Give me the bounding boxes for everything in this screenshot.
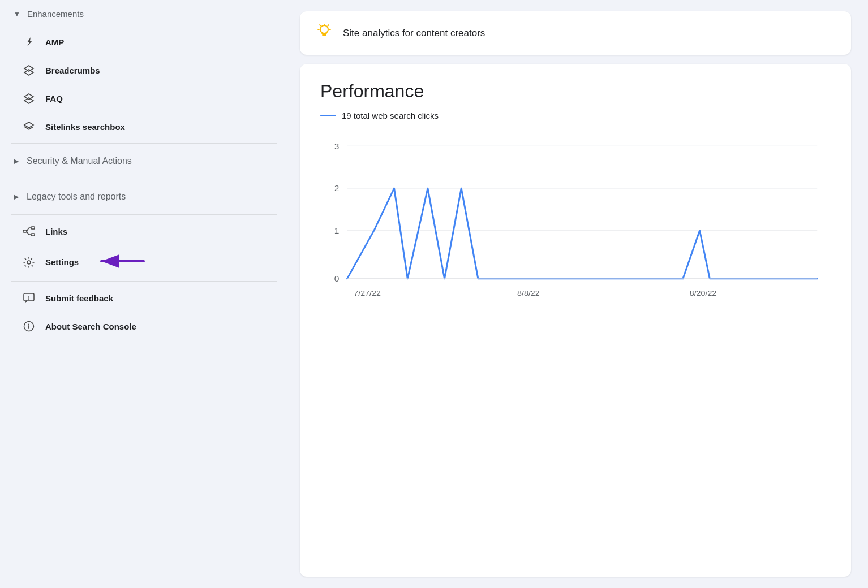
divider-security: [11, 179, 277, 179]
sidebar-section-security[interactable]: ▶ Security & Manual Actions: [0, 146, 289, 176]
svg-text:7/27/22: 7/27/22: [354, 289, 380, 297]
sidebar-item-breadcrumbs-label: Breadcrumbs: [45, 66, 100, 75]
performance-chart: 3 2 1 0 7/27/22 8/8/22 8/20/22: [320, 134, 831, 315]
sidebar-section-legacy-label: Legacy tools and reports: [27, 192, 126, 202]
svg-text:8/8/22: 8/8/22: [517, 289, 540, 297]
chevron-right-icon: ▶: [14, 157, 19, 165]
sidebar-item-faq-label: FAQ: [45, 94, 63, 103]
svg-text:3: 3: [334, 142, 340, 150]
svg-text:1: 1: [334, 227, 340, 235]
feedback-icon: !: [23, 292, 35, 304]
chart-area: 3 2 1 0 7/27/22 8/8/22 8/20/22: [320, 134, 831, 315]
sidebar-item-links[interactable]: Links: [0, 217, 289, 245]
sidebar-item-feedback-label: Submit feedback: [45, 293, 113, 303]
sidebar-item-settings-label: Settings: [45, 257, 79, 267]
sidebar-item-settings[interactable]: Settings: [0, 245, 289, 279]
divider-legacy: [11, 214, 277, 215]
svg-text:!: !: [28, 295, 30, 301]
legend-text: 19 total web search clicks: [342, 111, 439, 120]
main-content: Site analytics for content creators Perf…: [289, 0, 868, 588]
svg-marker-2: [24, 70, 33, 75]
svg-marker-5: [24, 122, 33, 128]
sidebar-item-about-label: About Search Console: [45, 322, 136, 331]
chart-legend: 19 total web search clicks: [320, 111, 831, 120]
sidebar: ▼ Enhancements AMP Breadcrumbs FAQ: [0, 0, 289, 588]
svg-point-22: [320, 25, 328, 33]
svg-point-15: [27, 261, 31, 264]
svg-marker-3: [24, 94, 33, 100]
amp-icon: [23, 36, 35, 48]
divider-settings: [11, 281, 277, 282]
sidebar-item-feedback[interactable]: ! Submit feedback: [0, 284, 289, 312]
svg-rect-10: [31, 234, 35, 236]
analytics-banner[interactable]: Site analytics for content creators: [300, 11, 851, 55]
banner-text: Site analytics for content creators: [343, 28, 485, 39]
divider-enhancements: [11, 143, 277, 144]
svg-point-21: [28, 324, 29, 325]
sidebar-item-amp-label: AMP: [45, 37, 64, 47]
sitelinks-icon: [23, 120, 35, 133]
svg-rect-9: [31, 227, 35, 229]
legend-line: [320, 115, 336, 116]
performance-card: Performance 19 total web search clicks 3…: [300, 64, 851, 577]
links-icon: [23, 225, 35, 237]
performance-title: Performance: [320, 81, 831, 102]
svg-text:0: 0: [334, 275, 340, 283]
svg-line-13: [27, 231, 29, 235]
info-icon: [23, 320, 35, 332]
sidebar-item-breadcrumbs[interactable]: Breadcrumbs: [0, 56, 289, 84]
sidebar-section-enhancements[interactable]: ▼ Enhancements: [0, 0, 289, 28]
svg-marker-0: [27, 37, 32, 46]
sidebar-item-amp[interactable]: AMP: [0, 28, 289, 56]
bulb-icon: [316, 23, 333, 44]
sidebar-section-legacy[interactable]: ▶ Legacy tools and reports: [0, 181, 289, 212]
settings-arrow-annotation: [96, 253, 147, 271]
sidebar-item-sitelinks[interactable]: Sitelinks searchbox: [0, 113, 289, 141]
sidebar-item-about[interactable]: About Search Console: [0, 312, 289, 340]
svg-text:8/20/22: 8/20/22: [690, 289, 716, 297]
faq-icon: [23, 92, 35, 105]
svg-marker-1: [24, 66, 33, 71]
sidebar-item-links-label: Links: [45, 227, 67, 236]
sidebar-section-security-label: Security & Manual Actions: [27, 156, 132, 166]
svg-rect-8: [23, 230, 27, 232]
svg-line-11: [27, 228, 29, 231]
sidebar-item-sitelinks-label: Sitelinks searchbox: [45, 122, 125, 132]
chevron-down-icon: ▼: [14, 10, 20, 18]
chevron-right-icon-legacy: ▶: [14, 193, 19, 201]
svg-text:2: 2: [334, 184, 340, 193]
layers-icon: [23, 64, 35, 76]
sidebar-section-enhancements-label: Enhancements: [27, 9, 84, 19]
svg-marker-4: [24, 98, 33, 103]
sidebar-item-faq[interactable]: FAQ: [0, 84, 289, 113]
settings-icon: [23, 256, 35, 269]
